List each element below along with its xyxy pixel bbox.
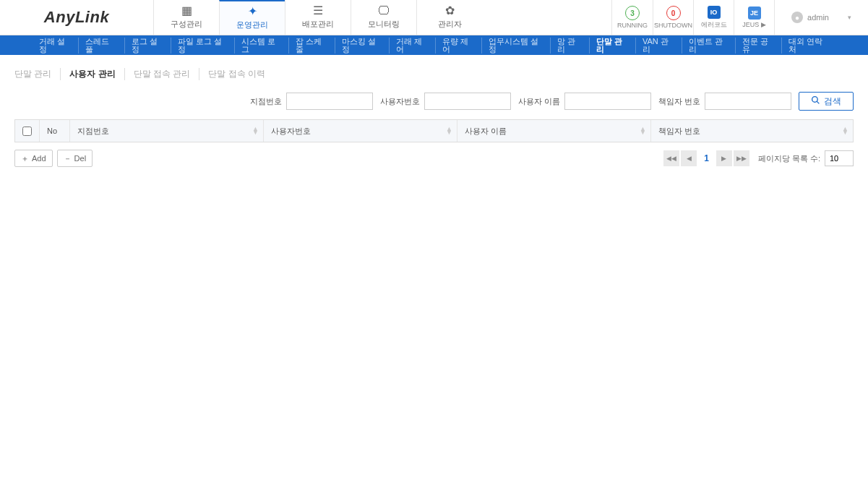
add-button[interactable]: ＋ Add: [14, 150, 53, 167]
user-menu[interactable]: ● admin ▾: [774, 0, 868, 35]
page-size-input[interactable]: [825, 150, 854, 166]
search-icon: [811, 95, 820, 107]
select-all-checkbox[interactable]: [22, 127, 32, 136]
col-branch-no-label: 지점번호: [77, 126, 109, 137]
cog-icon: ✿: [445, 5, 455, 17]
monitor-icon: 🖵: [378, 5, 390, 17]
page-size-label: 페이지당 목록 수:: [758, 153, 820, 164]
minus-icon: －: [64, 153, 72, 164]
sort-icon: ▲▼: [446, 127, 452, 135]
menu-thread-pool[interactable]: 스레드 풀: [79, 38, 125, 53]
status-jeus[interactable]: JE JEUS ▶: [734, 0, 774, 35]
tab-label: 모니터링: [368, 19, 400, 30]
pager-last[interactable]: ▶▶: [734, 150, 749, 166]
pager: ◀◀ ◀ 1 ▶ ▶▶: [663, 150, 749, 166]
sort-icon: ▲▼: [252, 127, 259, 135]
col-checkbox: [15, 120, 40, 142]
menu-file-log-settings[interactable]: 파일 로그 설정: [171, 38, 235, 53]
subtab-user-manage[interactable]: 사용자 관리: [61, 68, 124, 80]
label-branch-no: 지점번호: [250, 96, 282, 107]
tab-label: 배포관리: [302, 19, 334, 30]
menu-van[interactable]: VAN 관리: [636, 38, 682, 53]
col-user-name[interactable]: 사용자 이름 ▲▼: [457, 120, 651, 142]
menu-log-settings[interactable]: 로그 설정: [125, 38, 171, 53]
svg-line-1: [817, 101, 819, 103]
menu-bizsystem-settings[interactable]: 업무시스템 설정: [482, 38, 551, 53]
menu-masking-settings[interactable]: 마스킹 설정: [335, 38, 390, 53]
status-shutdown[interactable]: 0 SHUTDOWN: [653, 0, 693, 35]
status-boxes: 3 RUNNING 0 SHUTDOWN IO 에러코드 JE JEUS ▶: [611, 0, 774, 35]
col-no-label: No: [47, 127, 57, 135]
sort-icon: ▲▼: [640, 127, 646, 135]
jeus-label: JEUS ▶: [742, 21, 766, 28]
input-branch-no[interactable]: [286, 93, 373, 110]
jeus-badge: JE: [748, 7, 761, 20]
avatar-icon: ●: [791, 12, 803, 23]
col-user-no-label: 사용자번호: [271, 126, 311, 137]
tab-label: 구성관리: [171, 19, 202, 30]
del-button[interactable]: － Del: [57, 150, 93, 167]
username: admin: [807, 13, 829, 22]
menu-event[interactable]: 이벤트 관리: [682, 38, 736, 53]
col-manager-no-label: 책임자 번호: [658, 126, 700, 137]
tab-config[interactable]: ▦ 구성관리: [153, 0, 219, 35]
errorcode-badge: IO: [708, 6, 721, 19]
subtab-terminal-conn-history[interactable]: 단말 접속 이력: [199, 68, 274, 80]
menu-system-log[interactable]: 시스템 로그: [235, 38, 289, 53]
tab-operation[interactable]: ✦ 운영관리: [219, 0, 285, 35]
status-errorcode[interactable]: IO 에러코드: [693, 0, 734, 35]
subtab-terminal-manage[interactable]: 단말 관리: [14, 68, 61, 80]
tab-label: 관리자: [438, 19, 462, 30]
page-tabs: 단말 관리 사용자 관리 단말 접속 관리 단말 접속 이력: [14, 68, 854, 80]
search-button-label: 검색: [824, 95, 841, 108]
pager-current: 1: [698, 153, 715, 163]
menu-network[interactable]: 망 관리: [551, 38, 590, 53]
col-manager-no[interactable]: 책임자 번호 ▲▼: [651, 120, 853, 142]
pager-prev[interactable]: ◀: [681, 150, 697, 166]
search-button[interactable]: 검색: [799, 92, 854, 111]
input-manager-no[interactable]: [705, 93, 791, 110]
shutdown-count-badge: 0: [666, 6, 681, 20]
search-row: 지점번호 사용자번호 사용자 이름 책임자 번호 검색: [14, 92, 854, 111]
label-manager-no: 책임자 번호: [658, 96, 700, 107]
input-user-name[interactable]: [564, 93, 651, 110]
table-header: No 지점번호 ▲▼ 사용자번호 ▲▼ 사용자 이름 ▲▼ 책임자 번호 ▲▼: [14, 119, 854, 142]
chevron-down-icon: ▾: [848, 14, 851, 21]
col-no[interactable]: No: [40, 120, 70, 142]
menu-external-contact[interactable]: 대외 연락처: [782, 38, 835, 53]
grid-icon: ▦: [181, 5, 192, 17]
app-logo: AnyLink: [0, 0, 153, 35]
input-user-no[interactable]: [424, 93, 511, 110]
subtab-terminal-conn-manage[interactable]: 단말 접속 관리: [125, 68, 200, 80]
tab-admin[interactable]: ✿ 관리자: [416, 0, 482, 35]
running-label: RUNNING: [617, 22, 648, 29]
add-button-label: Add: [32, 154, 46, 163]
menu-fulltext-share[interactable]: 전문 공유: [736, 38, 782, 53]
menu-job-schedule[interactable]: 잡 스케줄: [289, 38, 335, 53]
svg-point-0: [812, 97, 818, 103]
col-branch-no[interactable]: 지점번호 ▲▼: [70, 120, 264, 142]
running-count-badge: 3: [625, 6, 640, 20]
gear-icon: ✦: [248, 6, 257, 17]
tab-deploy[interactable]: ☰ 배포관리: [285, 0, 351, 35]
tab-label: 운영관리: [236, 20, 268, 30]
sort-icon: ▲▼: [842, 127, 848, 135]
menu-terminal[interactable]: 단말 관리: [590, 38, 636, 53]
pager-next[interactable]: ▶: [716, 150, 732, 166]
pager-first[interactable]: ◀◀: [663, 150, 679, 166]
col-user-no[interactable]: 사용자번호 ▲▼: [264, 120, 457, 142]
label-user-name: 사용자 이름: [518, 96, 560, 107]
menu-trade-control[interactable]: 거래 제어: [390, 38, 436, 53]
menu-flow-control[interactable]: 유량 제어: [436, 38, 482, 53]
label-user-no: 사용자번호: [380, 96, 420, 107]
list-icon: ☰: [313, 5, 323, 17]
col-user-name-label: 사용자 이름: [465, 126, 507, 137]
tab-monitoring[interactable]: 🖵 모니터링: [351, 0, 416, 35]
shutdown-label: SHUTDOWN: [654, 22, 692, 29]
menu-trade-settings[interactable]: 거래 설정: [33, 38, 79, 53]
plus-icon: ＋: [21, 153, 29, 164]
errorcode-label: 에러코드: [701, 20, 727, 30]
del-button-label: Del: [74, 154, 87, 163]
submenu-bar: 거래 설정 스레드 풀 로그 설정 파일 로그 설정 시스템 로그 잡 스케줄 …: [0, 35, 868, 55]
status-running[interactable]: 3 RUNNING: [612, 0, 653, 35]
